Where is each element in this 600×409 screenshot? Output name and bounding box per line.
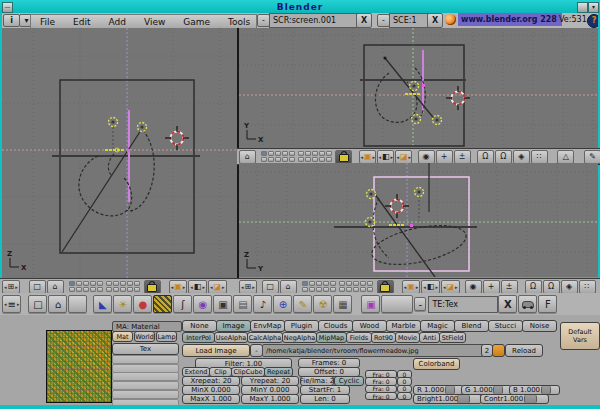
maxx-field[interactable]: MaxX 1.000 <box>182 394 240 404</box>
context-button-world[interactable]: World <box>134 331 155 342</box>
render-buttons-icon[interactable]: ▣ <box>361 295 380 313</box>
texture-type-marble[interactable]: Marble <box>386 320 421 332</box>
drawmode-menu-icon[interactable]: ◂◧▸ <box>377 150 394 164</box>
layer-cell[interactable] <box>76 287 82 292</box>
menu-item-game[interactable]: Game <box>174 17 219 27</box>
home-icon[interactable]: ⌂ <box>47 280 64 294</box>
texture-type-wood[interactable]: Wood <box>352 320 387 332</box>
move-icon[interactable]: + <box>436 150 453 164</box>
script-buttons-icon[interactable]: ▦ <box>333 295 352 313</box>
view-buttons-icon[interactable]: ◣ <box>93 295 112 313</box>
pivot-menu-icon[interactable]: ◂▣▸ <box>402 280 421 294</box>
home-icon[interactable]: ⌂ <box>48 295 67 313</box>
slider-knob[interactable] <box>493 386 503 394</box>
layer-cell[interactable] <box>289 151 295 156</box>
layer-cell[interactable] <box>275 157 281 162</box>
fullscreen-icon[interactable]: □ <box>29 280 46 294</box>
lamp-icon[interactable] <box>138 123 147 132</box>
layer-cell[interactable] <box>302 281 308 286</box>
flag-anti[interactable]: Anti <box>419 332 440 343</box>
layer-cell[interactable] <box>69 281 75 286</box>
rotate-alt-icon[interactable]: Ω <box>495 150 512 164</box>
material-buttons-icon[interactable]: ● <box>133 295 152 313</box>
face-select-icon[interactable]: △ <box>557 150 574 164</box>
drawmode-menu-icon[interactable]: ◂◧▸ <box>421 280 440 294</box>
brightness-slider[interactable]: Bright1.000 <box>413 394 482 404</box>
sound-buttons-icon[interactable]: ♪ <box>253 295 272 313</box>
layer-cell[interactable] <box>298 151 304 156</box>
load-image-button[interactable]: Load Image <box>182 344 250 357</box>
lamp-icon[interactable] <box>433 116 442 125</box>
layer-cell[interactable] <box>83 281 89 286</box>
layer-cell[interactable] <box>282 157 288 162</box>
layer-cell[interactable] <box>282 151 288 156</box>
layer-cell[interactable] <box>326 151 332 156</box>
lamp-icon[interactable] <box>367 190 376 199</box>
plus-minus-icon[interactable]: ± <box>501 280 518 294</box>
contrast-slider[interactable]: Contr1.000 <box>480 394 549 404</box>
ipo-buttons-icon[interactable]: ʃ <box>173 295 192 313</box>
layer-cell[interactable] <box>106 287 112 292</box>
rotate-icon[interactable]: Ω <box>477 150 494 164</box>
layer-cell[interactable] <box>346 287 352 292</box>
lock-icon[interactable] <box>335 150 352 164</box>
layer-cell[interactable] <box>127 287 133 292</box>
layer-cell[interactable] <box>113 287 119 292</box>
default-vars-button[interactable]: Default Vars <box>560 322 600 350</box>
camera-line[interactable] <box>62 124 145 252</box>
menu-item-view[interactable]: View <box>135 17 174 27</box>
rotate-alt-icon[interactable]: Ω <box>543 280 560 294</box>
flag-fields[interactable]: Fields <box>346 332 372 343</box>
flag-interpol[interactable]: InterPol <box>182 332 215 343</box>
rotate-icon[interactable]: Ω <box>525 280 542 294</box>
layer-cell[interactable] <box>305 157 311 162</box>
layer-cell[interactable] <box>319 151 325 156</box>
layer-cell[interactable] <box>309 287 315 292</box>
pack-image-icon[interactable] <box>492 344 505 357</box>
lamp-buttons-icon[interactable]: ☀ <box>113 295 132 313</box>
screen-close-button[interactable]: X <box>356 13 372 28</box>
layer-cell[interactable] <box>69 287 75 292</box>
flag-stfield[interactable]: StField <box>439 332 466 343</box>
texture-name-field[interactable]: TE:Tex <box>428 296 498 313</box>
layer-buttons[interactable] <box>69 281 140 292</box>
pivot-menu-icon[interactable]: ◂▣▸ <box>169 280 188 294</box>
home-icon[interactable]: ⌂ <box>239 150 256 164</box>
layer-cell[interactable] <box>113 281 119 286</box>
layer-cell[interactable] <box>316 281 322 286</box>
orange-box-menu-icon[interactable]: ◂◪▸ <box>208 280 227 294</box>
texture-close-button[interactable]: X <box>498 295 517 313</box>
lamp-icon[interactable] <box>415 188 424 197</box>
lamp-icon[interactable] <box>109 118 118 127</box>
info-window-icon[interactable]: i <box>3 14 20 27</box>
texture-type-clouds[interactable]: Clouds <box>318 320 353 332</box>
reload-image-button[interactable]: Reload <box>505 344 543 357</box>
flag-movie[interactable]: Movie <box>395 332 420 343</box>
move-icon[interactable]: + <box>483 280 500 294</box>
texture-type-stucci[interactable]: Stucci <box>488 320 523 332</box>
viewtype-menu-icon[interactable]: ◂⊞▸ <box>239 280 257 294</box>
layer-buttons[interactable] <box>302 281 373 292</box>
layer-cell[interactable] <box>305 151 311 156</box>
layer-cell[interactable] <box>120 287 126 292</box>
layer-cell[interactable] <box>261 151 267 156</box>
layer-cell[interactable] <box>268 151 274 156</box>
3d-cursor-icon[interactable] <box>385 194 409 218</box>
layer-cell[interactable] <box>134 281 140 286</box>
orange-box-menu-icon[interactable]: ◂◪▸ <box>395 150 412 164</box>
maxy-field[interactable]: MaxY 1.000 <box>241 394 299 404</box>
home-icon[interactable]: ⌂ <box>280 280 297 294</box>
knife-icon[interactable]: ✎ <box>584 150 600 164</box>
layer-cell[interactable] <box>353 281 359 286</box>
viewport-front[interactable]: Z X <box>2 28 239 278</box>
orange-box-menu-icon[interactable]: ◂◪▸ <box>441 280 460 294</box>
fullscreen-icon[interactable]: □ <box>262 280 279 294</box>
slider-knob[interactable] <box>541 386 551 394</box>
drawmode-menu-icon[interactable]: ◂◧▸ <box>188 280 207 294</box>
texture-type-envmap[interactable]: EnvMap <box>250 320 285 332</box>
lock-icon[interactable] <box>144 280 161 294</box>
auto-name-icon[interactable] <box>518 295 537 313</box>
buttons-menu-icon[interactable]: ◂≡▸ <box>2 295 21 313</box>
layer-buttons[interactable] <box>261 151 332 162</box>
paint-buttons-icon[interactable]: ▤ <box>233 295 252 313</box>
